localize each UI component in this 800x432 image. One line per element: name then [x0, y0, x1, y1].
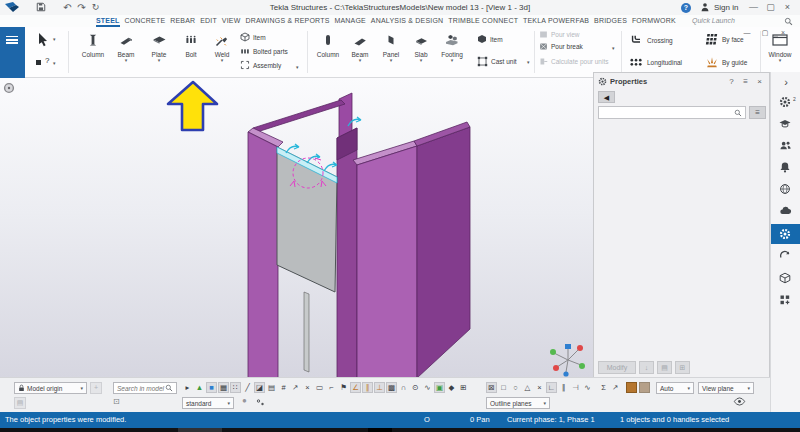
maximize-button[interactable]: ▢ [765, 2, 776, 13]
steel-plate-button[interactable]: Plate ▾ [144, 30, 174, 76]
model-sharing-cube-icon[interactable] [779, 272, 793, 286]
steel-beam-button[interactable]: Beam ▾ [111, 30, 141, 76]
help-icon[interactable]: ? [681, 3, 691, 13]
snap-icon-12[interactable]: ▭ [314, 382, 325, 393]
tab-bridges[interactable]: BRIDGES [594, 15, 627, 27]
tab-rebar[interactable]: REBAR [170, 15, 195, 27]
weld-by-face-button[interactable]: By face [705, 33, 744, 46]
select-mode-icon-2[interactable]: □ [498, 382, 509, 393]
select-mode-icon-7[interactable]: ∥ [558, 382, 569, 393]
outline-planes-dropdown[interactable]: Outline planes ▾ [486, 397, 550, 409]
snap-icon-8[interactable]: ▤ [266, 382, 277, 393]
model-origin-dropdown[interactable]: Model origin ▾ [14, 382, 87, 394]
snap-icon-14[interactable]: ⚑ [338, 382, 349, 393]
snap-icon-18[interactable]: ▩ [386, 382, 397, 393]
tab-manage[interactable]: MANAGE [334, 15, 366, 27]
snap-icon-1[interactable]: ▸ [182, 382, 193, 393]
snap-icon-24[interactable]: ⊞ [458, 382, 469, 393]
properties-list-icon[interactable]: ≡ [740, 76, 751, 87]
steel-bolt-button[interactable]: Bolt [176, 30, 206, 76]
concrete-footing-button[interactable]: Footing ▾ [437, 30, 467, 76]
tab-trimble-connect[interactable]: TRIMBLE CONNECT [448, 15, 518, 27]
select-tool-button[interactable] [36, 32, 51, 47]
snap-icon-17[interactable]: ⊥ [374, 382, 385, 393]
snap-icon-15[interactable]: ∠ [350, 382, 361, 393]
minimize-button[interactable]: — [748, 2, 759, 13]
properties-menu-button[interactable]: ≡ [749, 106, 766, 119]
visibility-eye-icon[interactable] [733, 397, 746, 406]
pour-break-caret[interactable]: ▾ [612, 45, 615, 51]
steel-item-button[interactable]: Item [240, 32, 266, 42]
snap-icon-6[interactable]: ╱ [242, 382, 253, 393]
select-mode-icon-4[interactable]: △ [522, 382, 533, 393]
snap-icon-3[interactable]: ■ [206, 382, 217, 393]
tab-steel[interactable]: STEEL [96, 15, 120, 27]
sign-in-button[interactable]: Sign in [714, 0, 738, 15]
snap-profile-dropdown[interactable]: standard ▾ [182, 397, 234, 409]
weld-crossing-button[interactable]: Crossing [629, 33, 673, 47]
snap-icon-19[interactable]: ∩ [398, 382, 409, 393]
snap-icon-2[interactable]: ▲ [194, 382, 205, 393]
view-restore-button[interactable]: ▢ [760, 28, 770, 37]
select-mode-icon-1[interactable]: ⊠ [486, 382, 497, 393]
snap-icon-22[interactable]: ▣ [434, 382, 445, 393]
close-button[interactable]: × [782, 2, 793, 13]
view-minimize-button[interactable]: — [742, 28, 752, 37]
snap-depth-icon[interactable] [256, 398, 265, 407]
auto-dropdown[interactable]: Auto ▾ [656, 382, 694, 394]
steel-column-button[interactable]: Column [78, 30, 108, 76]
synchronize-icon[interactable] [779, 250, 793, 264]
sum-tool-icon[interactable]: Σ [598, 382, 609, 393]
select-mode-icon-9[interactable]: ∿ [582, 382, 593, 393]
collapse-panel-icon[interactable]: › [779, 76, 793, 90]
phase-color-swatch[interactable] [626, 382, 637, 393]
snap-icon-5[interactable]: ∷ [230, 382, 241, 393]
snap-icon-23[interactable]: ◆ [446, 382, 457, 393]
pour-break-button[interactable]: Pour break [539, 42, 583, 51]
properties-help-icon[interactable]: ? [726, 76, 737, 87]
tab-view[interactable]: VIEW [222, 15, 241, 27]
measure-arrow-icon[interactable]: ↗ [610, 382, 621, 393]
notifications-bell-icon[interactable] [779, 161, 793, 175]
select-mode-icon-5[interactable]: × [534, 382, 545, 393]
phase-color-swatch-muted[interactable] [639, 382, 650, 393]
properties-search-box[interactable] [598, 106, 746, 119]
snap-icon-20[interactable]: ⊙ [410, 382, 421, 393]
view-plane-dropdown[interactable]: View plane ▾ [698, 382, 754, 394]
settings-gear-icon[interactable] [779, 96, 793, 110]
selected-plate-object[interactable] [277, 147, 337, 372]
select-tool-caret[interactable]: ▾ [53, 36, 56, 42]
bolted-parts-button[interactable]: Bolted parts [240, 46, 288, 56]
cloud-icon[interactable] [779, 205, 793, 219]
inquire-tool-button[interactable] [36, 58, 44, 66]
snap-icon-10[interactable]: ↗ [290, 382, 301, 393]
tab-concrete[interactable]: CONCRETE [124, 15, 165, 27]
inquire-caret[interactable]: ▾ [53, 60, 56, 66]
assembly-button[interactable]: Assembly [240, 60, 281, 70]
steel-group-caret[interactable]: ▾ [296, 64, 299, 70]
concrete-slab-button[interactable]: Slab ▾ [406, 30, 436, 76]
cast-unit-button[interactable]: Cast unit [477, 56, 517, 67]
select-mode-icon-8[interactable]: ⊣ [570, 382, 581, 393]
users-icon[interactable] [779, 140, 793, 154]
snap-icon-16[interactable]: ∥ [362, 382, 373, 393]
quick-launch-input[interactable]: Quick Launch [692, 15, 792, 27]
snap-override-dot-icon[interactable]: ● [242, 396, 247, 405]
snap-icon-21[interactable]: ∿ [422, 382, 433, 393]
concrete-beam-button[interactable]: Beam ▾ [345, 30, 375, 76]
concrete-column-button[interactable]: Column [313, 30, 343, 76]
steel-weld-button[interactable]: Weld ▾ [207, 30, 237, 76]
properties-back-button[interactable]: ◀ [598, 91, 615, 103]
select-mode-icon-3[interactable]: ○ [510, 382, 521, 393]
snap-icon-7[interactable]: ◪ [254, 382, 265, 393]
model-search-input[interactable] [117, 385, 165, 392]
weld-by-guide-button[interactable]: By guide [705, 55, 747, 69]
organizer-icon[interactable] [779, 294, 793, 308]
world-globe-icon[interactable] [779, 183, 793, 197]
tab-edit[interactable]: EDIT [200, 15, 217, 27]
select-mode-icon-6[interactable]: ∟ [546, 382, 557, 393]
properties-close-icon[interactable]: × [754, 76, 765, 87]
snap-icon-11[interactable]: × [302, 382, 313, 393]
snap-icon-4[interactable]: ▦ [218, 382, 229, 393]
tab-tekla-powerfab[interactable]: TEKLA POWERFAB [523, 15, 589, 27]
